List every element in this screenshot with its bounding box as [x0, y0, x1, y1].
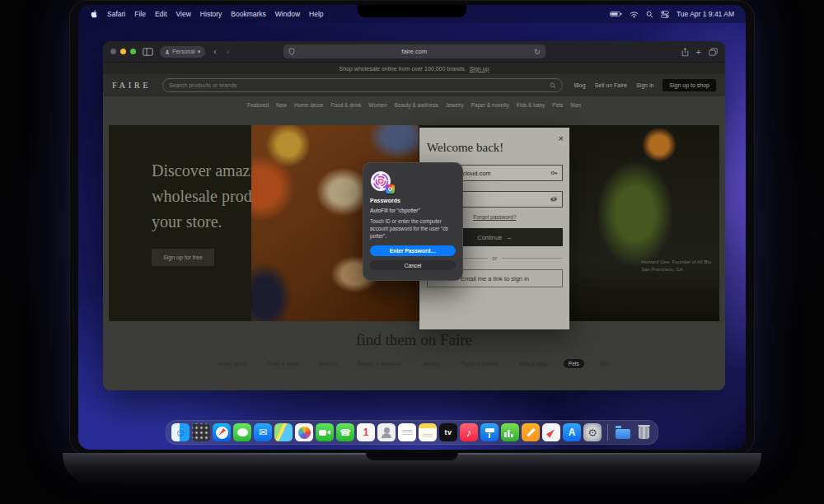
safari-toolbar: Personal ▾ ‹ › faire.com ↻ +: [103, 41, 725, 63]
hero-headline-line: your store.: [152, 209, 251, 235]
menu-item[interactable]: Edit: [155, 10, 167, 18]
menu-item[interactable]: View: [176, 10, 191, 18]
safari-window: Personal ▾ ‹ › faire.com ↻ +: [103, 41, 725, 390]
faire-logo[interactable]: FAIRE: [112, 81, 151, 90]
category-pill[interactable]: Pets: [564, 359, 584, 368]
menu-item[interactable]: File: [134, 10, 146, 18]
category-link[interactable]: Home decor: [294, 102, 323, 108]
laptop-base-lip: [366, 453, 458, 460]
dock-app-icon[interactable]: [254, 423, 272, 441]
forward-button[interactable]: ›: [225, 47, 232, 56]
dock-tray-icon[interactable]: [614, 423, 632, 441]
safari-profile-pill[interactable]: Personal ▾: [160, 46, 205, 58]
laptop-screen: SafariFileEditViewHistoryBookmarksWindow…: [78, 5, 746, 450]
dock-app-icon[interactable]: [377, 423, 396, 441]
menu-item[interactable]: Safari: [107, 10, 125, 18]
signup-free-button[interactable]: Sign up for free: [152, 249, 214, 266]
dock-divider: [607, 424, 608, 441]
menu-item[interactable]: Bookmarks: [231, 10, 266, 18]
category-link[interactable]: Pets: [552, 102, 563, 108]
testimonial: Howard Gee, Founder of All Blu San Franc…: [642, 259, 711, 273]
close-window-button[interactable]: [110, 49, 116, 54]
dock-app-icon[interactable]: [274, 423, 293, 441]
dock-app-icon[interactable]: [480, 423, 499, 441]
close-icon[interactable]: ×: [559, 134, 564, 143]
category-link[interactable]: Men: [570, 102, 581, 108]
promo-text: Shop wholesale online from over 100,000 …: [339, 66, 466, 72]
category-pill[interactable]: Women: [314, 359, 342, 368]
category-pill[interactable]: Men: [595, 359, 616, 368]
header-link[interactable]: Sell on Faire: [595, 82, 627, 88]
dock-app-icon[interactable]: [542, 423, 560, 441]
category-link[interactable]: Jewelry: [446, 102, 464, 108]
dock-app-icon[interactable]: [357, 423, 375, 441]
category-pill[interactable]: Beauty & wellness: [353, 359, 406, 368]
search-bar[interactable]: [162, 78, 563, 92]
category-link[interactable]: Kids & baby: [517, 102, 545, 108]
dock-app-icon[interactable]: [316, 423, 334, 441]
category-pill[interactable]: Food & drink: [263, 359, 303, 368]
control-center-icon[interactable]: [661, 11, 669, 18]
promo-signup-link[interactable]: Sign up: [470, 66, 489, 72]
privacy-shield-icon[interactable]: [288, 48, 295, 55]
hero-headline: Discover amazingwholesale productsyour s…: [152, 158, 251, 235]
category-link[interactable]: Paper & novelty: [471, 102, 509, 108]
dock-app-icon[interactable]: [213, 423, 231, 441]
apple-logo-icon[interactable]: [90, 9, 98, 19]
reload-icon[interactable]: ↻: [534, 48, 541, 56]
header-link[interactable]: Sign in: [636, 82, 653, 88]
category-pill-label: Jewelry: [422, 361, 440, 366]
dock-app-icon[interactable]: [192, 423, 210, 441]
category-pill[interactable]: Home decor: [213, 359, 252, 368]
dock-tray-icon[interactable]: [634, 423, 653, 441]
dock-app-icon[interactable]: [398, 423, 416, 441]
signup-to-shop-button[interactable]: Sign up to shop: [662, 79, 716, 91]
menu-bar-status: Tue Apr 1 9:41 AM: [610, 10, 734, 18]
dock-app-icon[interactable]: [501, 423, 519, 441]
dock-app-icon[interactable]: [336, 423, 354, 441]
category-link[interactable]: New: [276, 102, 287, 108]
menu-bar-clock[interactable]: Tue Apr 1 9:41 AM: [677, 10, 734, 18]
menu-item[interactable]: Help: [309, 10, 323, 18]
category-pill[interactable]: Jewelry: [417, 359, 445, 368]
search-input[interactable]: [169, 82, 550, 88]
menu-item[interactable]: Window: [275, 10, 300, 18]
dock-app-icon[interactable]: [563, 423, 581, 441]
tab-overview-icon[interactable]: [709, 48, 718, 56]
enter-password-button[interactable]: Enter Password…: [370, 245, 456, 256]
minimize-window-button[interactable]: [120, 49, 126, 54]
dock-app-icon[interactable]: [419, 423, 437, 441]
category-link[interactable]: Food & drink: [330, 102, 361, 108]
dock-app-icon[interactable]: [583, 423, 602, 441]
dock-app-icon[interactable]: [171, 423, 190, 441]
dock-app-icon[interactable]: [460, 423, 478, 441]
share-icon[interactable]: [681, 48, 689, 57]
address-bar[interactable]: faire.com ↻: [283, 44, 545, 58]
wifi-icon[interactable]: [630, 11, 639, 18]
category-link[interactable]: Women: [368, 102, 386, 108]
testimonial-name: Howard Gee, Founder of All Blu: [642, 259, 711, 266]
dock-app-icon[interactable]: [439, 423, 457, 441]
dock-app-icon[interactable]: [522, 423, 540, 441]
search-icon[interactable]: [646, 11, 653, 18]
passkey-icon[interactable]: [550, 170, 558, 177]
cancel-button[interactable]: Cancel: [370, 260, 456, 270]
sidebar-icon[interactable]: [143, 48, 153, 56]
chevron-down-icon: ▾: [198, 49, 201, 55]
menu-item[interactable]: History: [200, 10, 222, 18]
dialog-app-name: Passwords: [370, 198, 456, 203]
header-link[interactable]: Blog: [574, 82, 586, 88]
show-password-eye-icon[interactable]: [550, 196, 558, 203]
zoom-window-button[interactable]: [130, 49, 136, 54]
category-link[interactable]: Beauty & wellness: [395, 102, 438, 108]
dock-app-icon[interactable]: [233, 423, 251, 441]
dock-tray: [614, 423, 653, 441]
battery-icon[interactable]: [610, 11, 622, 17]
back-button[interactable]: ‹: [212, 47, 218, 56]
category-pill[interactable]: Kids & baby: [514, 359, 553, 368]
new-tab-icon[interactable]: +: [696, 48, 701, 57]
category-pill[interactable]: Paper & novelty: [456, 359, 503, 368]
or-label: or: [493, 255, 498, 261]
dock-app-icon[interactable]: [295, 423, 313, 441]
category-link[interactable]: Featured: [247, 102, 269, 108]
